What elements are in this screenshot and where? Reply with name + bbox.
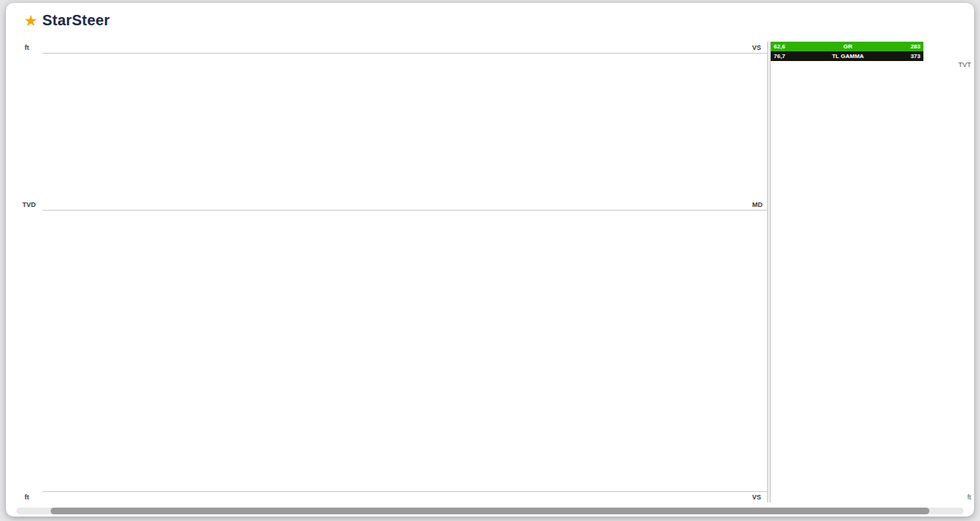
vs-ruler-top (42, 42, 767, 54)
gr-scale-max: 283 (911, 43, 920, 50)
star-icon: ★ (24, 13, 38, 28)
type-log-track[interactable] (771, 61, 923, 491)
tl-scale-label: TL GAMMA (832, 53, 864, 60)
md-ruler (42, 199, 767, 211)
horizontal-scrollbar[interactable] (16, 508, 964, 514)
top-ruler-unit: ft (25, 44, 29, 51)
scrollbar-thumb[interactable] (51, 508, 929, 514)
tl-scale-min: 76,7 (774, 53, 786, 60)
vs-ruler-bottom (42, 491, 767, 502)
tvd-axis-title: TVD (22, 201, 36, 208)
tl-scale-max: 373 (911, 53, 920, 60)
cross-section[interactable] (42, 211, 767, 491)
app-window: ★ StarSteer ft VS TVD MD ft VS 62,6 GR 2… (6, 3, 974, 517)
gr-scale-min: 62,6 (774, 43, 786, 50)
app-title: StarSteer (42, 12, 110, 29)
bottom-ruler-axis: VS (751, 493, 763, 501)
md-ruler-axis: MD (751, 201, 764, 208)
tl-gamma-scale-header[interactable]: 76,7 TL GAMMA 373 (771, 51, 923, 61)
gr-scale-header[interactable]: 62,6 GR 283 (771, 42, 923, 51)
gr-scale-label: GR (844, 43, 853, 50)
bottom-ruler-unit: ft (25, 493, 29, 501)
top-ruler-axis: VS (751, 44, 763, 51)
tvt-axis-title: TVT (946, 61, 971, 68)
app-logo: ★ StarSteer (24, 12, 110, 29)
gamma-curtain-track[interactable] (42, 54, 742, 186)
survey-segments-bar (42, 189, 742, 199)
tvt-axis-unit: ft (946, 493, 971, 501)
